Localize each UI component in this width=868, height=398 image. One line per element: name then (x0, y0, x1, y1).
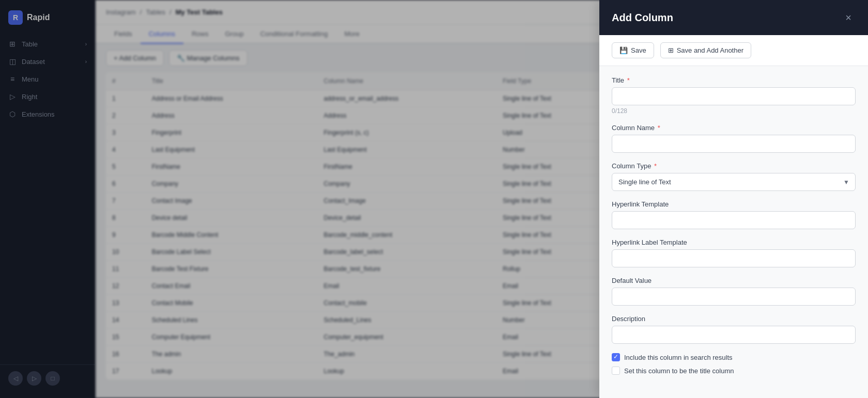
title-label: Title * (612, 76, 856, 84)
title-input[interactable] (612, 87, 856, 105)
title-char-count: 0/128 (612, 107, 856, 115)
description-form-group: Description (612, 315, 856, 344)
hyperlink-template-input-wrapper: fx (612, 211, 856, 229)
default-value-label: Default Value (612, 277, 856, 284)
modal-body: Title * 0/128 Column Name * Column Type … (599, 66, 868, 398)
column-name-form-group: Column Name * (612, 124, 856, 153)
include-search-label[interactable]: Include this column in search results (624, 354, 733, 361)
title-form-group: Title * 0/128 (612, 76, 856, 115)
modal-header: Add Column × (599, 0, 868, 35)
hyperlink-label-template-form-group: Hyperlink Label Template fx (612, 238, 856, 267)
column-type-form-group: Column Type * Single line of Text Number… (612, 162, 856, 191)
column-name-label: Column Name * (612, 124, 856, 132)
hyperlink-template-form-group: Hyperlink Template fx (612, 200, 856, 229)
hyperlink-label-template-input-wrapper: fx (612, 249, 856, 267)
save-add-icon: ⊞ (668, 46, 674, 54)
save-icon: 💾 (619, 46, 628, 54)
description-label: Description (612, 315, 856, 323)
save-button[interactable]: 💾 Save (612, 42, 654, 58)
column-name-input[interactable] (612, 135, 856, 153)
hyperlink-template-label: Hyperlink Template (612, 200, 856, 208)
description-input[interactable] (612, 326, 856, 344)
column-type-select-wrapper: Single line of Text Number Email URL Dat… (612, 173, 856, 191)
default-value-form-group: Default Value (612, 277, 856, 306)
modal-close-button[interactable]: × (841, 10, 856, 25)
hyperlink-label-template-label: Hyperlink Label Template (612, 238, 856, 246)
title-column-checkbox[interactable] (612, 367, 620, 375)
hyperlink-template-input[interactable] (612, 211, 856, 229)
modal-toolbar: 💾 Save ⊞ Save and Add Another (599, 35, 868, 66)
include-search-checkbox[interactable] (612, 353, 620, 361)
save-and-add-button[interactable]: ⊞ Save and Add Another (660, 42, 751, 58)
add-column-modal: Add Column × 💾 Save ⊞ Save and Add Anoth… (599, 0, 868, 398)
include-search-checkbox-group: Include this column in search results (612, 353, 856, 361)
column-type-label: Column Type * (612, 162, 856, 170)
hyperlink-label-template-input[interactable] (612, 249, 856, 267)
column-type-select[interactable]: Single line of Text Number Email URL Dat… (612, 173, 856, 191)
title-column-label[interactable]: Set this column to be the title column (624, 367, 734, 375)
title-column-checkbox-group: Set this column to be the title column (612, 367, 856, 375)
default-value-input[interactable] (612, 288, 856, 306)
modal-title: Add Column (612, 12, 673, 24)
